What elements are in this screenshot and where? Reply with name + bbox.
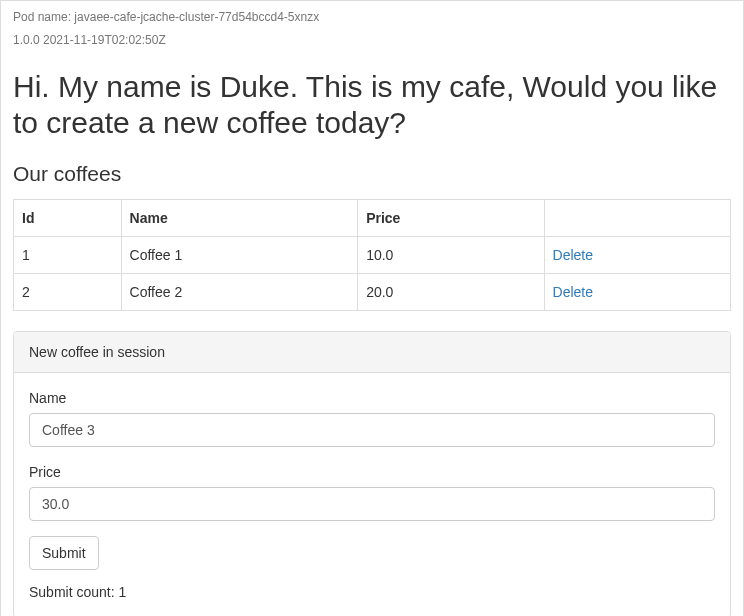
- col-id: Id: [14, 200, 122, 237]
- cell-id: 2: [14, 274, 122, 311]
- submit-button[interactable]: Submit: [29, 536, 99, 570]
- greeting-heading: Hi. My name is Duke. This is my cafe, Wo…: [13, 69, 731, 141]
- table-row: 2 Coffee 2 20.0 Delete: [14, 274, 731, 311]
- price-input[interactable]: [29, 487, 715, 521]
- price-label: Price: [29, 462, 715, 482]
- col-action: [544, 200, 730, 237]
- table-header-row: Id Name Price: [14, 200, 731, 237]
- col-price: Price: [358, 200, 544, 237]
- table-row: 1 Coffee 1 10.0 Delete: [14, 237, 731, 274]
- name-label: Name: [29, 388, 715, 408]
- panel-body: Name Price Submit Submit count: 1: [14, 373, 730, 616]
- name-input[interactable]: [29, 413, 715, 447]
- app-container: Pod name: javaee-cafe-jcache-cluster-77d…: [0, 0, 744, 616]
- cell-name: Coffee 2: [121, 274, 358, 311]
- cell-name: Coffee 1: [121, 237, 358, 274]
- col-name: Name: [121, 200, 358, 237]
- panel-heading: New coffee in session: [14, 332, 730, 373]
- new-coffee-panel: New coffee in session Name Price Submit …: [13, 331, 731, 616]
- cell-price: 20.0: [358, 274, 544, 311]
- delete-link[interactable]: Delete: [553, 284, 593, 300]
- coffees-table: Id Name Price 1 Coffee 1 10.0 Delete 2 C…: [13, 199, 731, 311]
- coffees-title: Our coffees: [13, 159, 731, 189]
- submit-count-text: Submit count: 1: [29, 582, 715, 602]
- cell-price: 10.0: [358, 237, 544, 274]
- cell-id: 1: [14, 237, 122, 274]
- delete-link[interactable]: Delete: [553, 247, 593, 263]
- version-text: 1.0.0 2021-11-19T02:02:50Z: [13, 32, 731, 49]
- pod-name-text: Pod name: javaee-cafe-jcache-cluster-77d…: [13, 9, 731, 26]
